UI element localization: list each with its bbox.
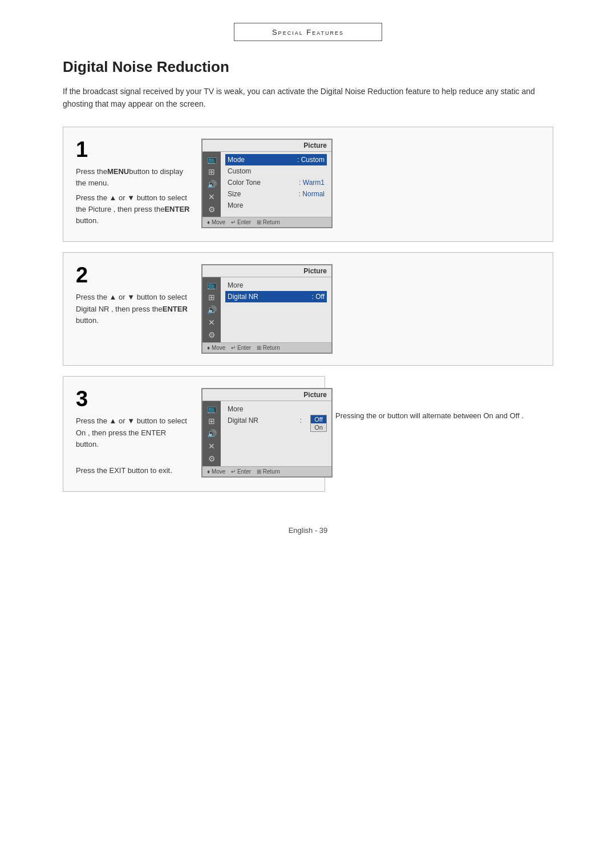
menu-value-mode: : Custom xyxy=(297,156,325,164)
tv-screen-3: Picture 📺 ⊞ 🔊 ✕ ⚙ More Digita xyxy=(201,388,333,478)
footer-move-2: ♦ Move xyxy=(207,345,225,351)
footer-return-2: ⊞ Return xyxy=(257,345,280,351)
tv-footer-3: ♦ Move ↵ Enter ⊞ Return xyxy=(202,466,331,476)
tv-icon-3-2: ⊞ xyxy=(208,417,215,425)
step-1-number: 1 xyxy=(76,139,190,160)
tv-screen-2: Picture 📺 ⊞ 🔊 ✕ ⚙ More Digital NR : Off xyxy=(201,264,333,354)
tv-screen-1: Picture 📺 ⊞ 🔊 ✕ ⚙ Mode : Custom Custom xyxy=(201,139,333,228)
step-1-text: Press theMENUbutton to display the menu.… xyxy=(76,166,190,227)
step-1-text-line2: Press the ▲ or ▼ button to select the Pi… xyxy=(76,192,190,227)
tv-menu-item-more2: More xyxy=(225,280,327,291)
tv-sidebar-1: 📺 ⊞ 🔊 ✕ ⚙ xyxy=(202,152,221,217)
step-1-text-line1: Press theMENUbutton to display the menu. xyxy=(76,166,190,189)
tv-footer-1: ♦ Move ↵ Enter ⊞ Return xyxy=(202,217,331,227)
footer-move-3: ♦ Move xyxy=(207,468,225,475)
step-2: 2 Press the ▲ or ▼ button to select Digi… xyxy=(63,252,553,366)
tv-menu-item-mode: Mode : Custom xyxy=(225,154,327,165)
tv-body-2: 📺 ⊞ 🔊 ✕ ⚙ More Digital NR : Off xyxy=(202,277,331,342)
step-1: 1 Press theMENUbutton to display the men… xyxy=(63,127,553,242)
step-3-text-line2: Press the EXIT button to exit. xyxy=(76,465,190,476)
footer-move-1: ♦ Move xyxy=(207,219,225,225)
step-3-note: Pressing the or button will alternate be… xyxy=(335,376,553,422)
tv-icon-2-1: 📺 xyxy=(207,281,217,289)
tv-icon-2-3: 🔊 xyxy=(207,306,217,314)
main-content: Digital Noise Reduction If the broadcast… xyxy=(63,58,553,492)
tv-title-1: Picture xyxy=(202,140,331,152)
tv-footer-2: ♦ Move ↵ Enter ⊞ Return xyxy=(202,342,331,353)
dropdown-off: Off xyxy=(311,415,326,423)
page-title: Digital Noise Reduction xyxy=(63,58,553,76)
menu-label-mode: Mode xyxy=(228,156,245,164)
tv-menu-3: More Digital NR : Off On xyxy=(221,401,331,466)
step-3: 3 Press the ▲ or ▼ button to select On ,… xyxy=(63,376,325,492)
step-3-left: 3 Press the ▲ or ▼ button to select On ,… xyxy=(76,388,190,480)
tv-menu-2: More Digital NR : Off xyxy=(221,277,331,342)
header-label: Special Features xyxy=(272,28,344,37)
tv-title-3: Picture xyxy=(202,389,331,401)
tv-icon-3-4: ✕ xyxy=(208,442,215,450)
tv-menu-item-digitalnr3: Digital NR : Off On xyxy=(225,415,327,426)
page-header: Special Features xyxy=(234,23,382,41)
step-2-left: 2 Press the ▲ or ▼ button to select Digi… xyxy=(76,264,190,329)
tv-menu-item-more1: More xyxy=(225,200,327,211)
tv-menu-item-more3: More xyxy=(225,403,327,415)
tv-icon-5: ⚙ xyxy=(208,205,216,213)
tv-sidebar-2: 📺 ⊞ 🔊 ✕ ⚙ xyxy=(202,277,221,342)
step-2-number: 2 xyxy=(76,264,190,286)
tv-icon-2-4: ✕ xyxy=(208,318,215,326)
tv-title-2: Picture xyxy=(202,265,331,277)
tv-icon-3-3: 🔊 xyxy=(207,430,217,438)
tv-icon-2-2: ⊞ xyxy=(208,293,215,301)
footer-enter-3: ↵ Enter xyxy=(231,468,251,475)
tv-icon-3-1: 📺 xyxy=(207,405,217,413)
footer-enter-2: ↵ Enter xyxy=(231,345,251,351)
tv-icon-3-5: ⚙ xyxy=(208,455,216,463)
step-2-text: Press the ▲ or ▼ button to select Digita… xyxy=(76,292,190,326)
tv-icon-1: 📺 xyxy=(207,155,217,163)
tv-icon-2-5: ⚙ xyxy=(208,331,216,339)
step-3-text-line1: Press the ▲ or ▼ button to select On , t… xyxy=(76,415,190,450)
step-2-text-line1: Press the ▲ or ▼ button to select Digita… xyxy=(76,292,190,326)
tv-body-1: 📺 ⊞ 🔊 ✕ ⚙ Mode : Custom Custom Color xyxy=(202,152,331,217)
footer-return-3: ⊞ Return xyxy=(257,468,280,475)
footer-enter-1: ↵ Enter xyxy=(231,219,251,225)
tv-menu-item-digitalnr2: Digital NR : Off xyxy=(225,291,327,302)
footer-text: English - 39 xyxy=(289,526,328,535)
tv-icon-2: ⊞ xyxy=(208,168,215,176)
step-3-text: Press the ▲ or ▼ button to select On , t… xyxy=(76,415,190,476)
step-3-wrapper: 3 Press the ▲ or ▼ button to select On ,… xyxy=(63,376,553,492)
step-1-left: 1 Press theMENUbutton to display the men… xyxy=(76,139,190,231)
tv-body-3: 📺 ⊞ 🔊 ✕ ⚙ More Digital NR : xyxy=(202,401,331,466)
page-footer: English - 39 xyxy=(0,526,616,535)
tv-menu-item-custom: Custom xyxy=(225,165,327,177)
step-3-number: 3 xyxy=(76,388,190,410)
footer-return-1: ⊞ Return xyxy=(257,219,280,225)
dropdown-on: On xyxy=(311,423,326,431)
tv-icon-4: ✕ xyxy=(208,193,215,201)
tv-menu-item-size: Size : Normal xyxy=(225,188,327,200)
dropdown-options: Off On xyxy=(310,415,327,432)
tv-menu-1: Mode : Custom Custom Color Tone : Warm1 … xyxy=(221,152,331,217)
intro-text: If the broadcast signal received by your… xyxy=(63,85,553,111)
tv-icon-3: 🔊 xyxy=(207,180,217,188)
tv-menu-item-colortone: Color Tone : Warm1 xyxy=(225,177,327,188)
tv-sidebar-3: 📺 ⊞ 🔊 ✕ ⚙ xyxy=(202,401,221,466)
